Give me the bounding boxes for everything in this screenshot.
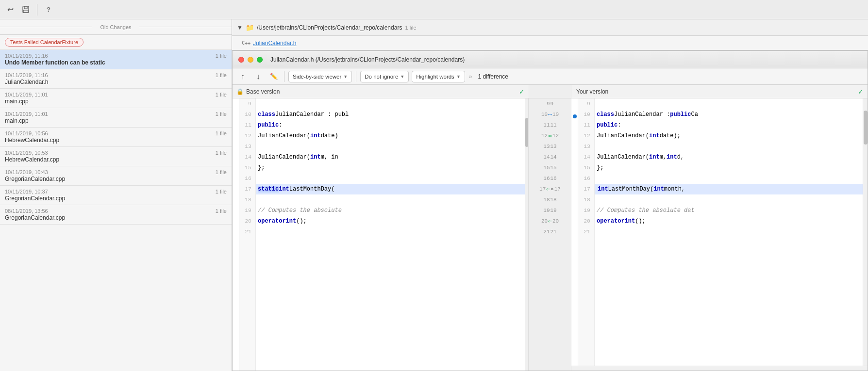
path-text: /Users/jetbrains/CLionProjects/Calendar_… [257, 24, 402, 31]
right-panel: ▼ 📁 /Users/jetbrains/CLionProjects/Calen… [232, 19, 868, 371]
left-code-line: public: [256, 120, 525, 130]
edit-button[interactable]: ✏️ [267, 70, 280, 83]
help-button[interactable]: ? [42, 3, 55, 16]
mid-header [529, 85, 571, 98]
left-line-num: 9 [248, 98, 253, 109]
right-code-area: 9101112131415161718192021 class JulianCa… [571, 98, 868, 366]
right-code-line: operator int(); [595, 216, 863, 226]
left-code-area: 9101112131415161718192021 class JulianCa… [233, 98, 529, 371]
prev-diff-button[interactable]: ↑ [236, 70, 249, 83]
gutter-extra[interactable]: » [551, 186, 554, 192]
base-checkmark: ✓ [519, 88, 525, 96]
change-item[interactable]: 08/11/2019, 13:56 1 file GregorianCalend… [0, 205, 232, 225]
header-line-right [139, 27, 232, 27]
change-date: 10/11/2019, 11:16 [5, 72, 48, 78]
gutter-right-num: 18 [551, 197, 561, 203]
change-item-title: GregorianCalendar.cpp [5, 214, 227, 221]
change-item[interactable]: 10/11/2019, 10:53 1 file HebrewCalendar.… [0, 147, 232, 166]
left-scrollbar[interactable] [525, 98, 529, 371]
gutter-left-num: 12 [537, 133, 548, 139]
left-code-line: static int LastMonthDay( [256, 184, 525, 194]
save-button[interactable] [19, 3, 32, 16]
old-changes-header: Old Changes [0, 19, 232, 35]
expand-arrow[interactable]: ▼ [237, 24, 243, 31]
gutter-row: 20 ⇐ 20 [529, 216, 571, 226]
change-item[interactable]: 10/11/2019, 11:16 1 file JulianCalendar.… [0, 69, 232, 89]
change-item[interactable]: 10/11/2019, 10:37 1 file GregorianCalend… [0, 186, 232, 205]
right-line-num: 11 [584, 120, 592, 130]
right-code-line [595, 173, 863, 184]
undo-button[interactable]: ↩ [4, 3, 17, 16]
right-code-line: class JulianCalendar : public Ca [595, 109, 863, 120]
file-tab-label[interactable]: JulianCalendar.h [253, 40, 296, 47]
highlight-dropdown-arrow: ▼ [456, 74, 461, 79]
change-file-count: 1 file [216, 111, 227, 117]
change-file-count: 1 file [216, 92, 227, 97]
left-line-num: 17 [245, 184, 253, 194]
ignore-dropdown-label: Do not ignore [365, 74, 398, 80]
gutter-symbol[interactable]: ⇐ [548, 132, 552, 140]
middle-gutter: 9 9 10 ↔ 10 11 11 12 ⇐ 12 13 13 14 14 15… [529, 85, 571, 371]
next-diff-button[interactable]: ↓ [252, 70, 265, 83]
change-date: 10/11/2019, 11:01 [5, 92, 48, 97]
change-item[interactable]: 10/11/2019, 10:56 1 file HebrewCalendar.… [0, 128, 232, 147]
change-date: 10/11/2019, 10:37 [5, 189, 48, 194]
change-item-header: 10/11/2019, 10:43 1 file [5, 169, 227, 175]
gutter-row: 14 14 [529, 152, 571, 162]
minimize-button[interactable] [248, 57, 253, 63]
change-list: 10/11/2019, 11:16 1 file Undo Member fun… [0, 50, 232, 371]
left-scrollbar-thumb[interactable] [525, 118, 528, 147]
diff-toolbar: ↑ ↓ ✏️ Side-by-side viewer ▼ Do not igno… [233, 68, 868, 85]
gutter-right-num: 20 [552, 218, 563, 224]
gutter-left-num: 13 [539, 144, 550, 149]
change-item-title: HebrewCalendar.cpp [5, 156, 227, 163]
viewer-dropdown[interactable]: Side-by-side viewer ▼ [288, 71, 352, 82]
left-line-num: 14 [245, 152, 253, 162]
file-tab[interactable]: C++ JulianCalendar.h [237, 38, 301, 48]
right-scrollbar-thumb[interactable] [864, 111, 868, 145]
right-code-text: class JulianCalendar : public Ca public:… [595, 98, 863, 366]
right-line-num: 13 [584, 141, 592, 152]
left-code-line [256, 98, 525, 109]
change-item[interactable]: 10/11/2019, 11:01 1 file main.cpp [0, 89, 232, 108]
gutter-right-num: 10 [552, 112, 563, 117]
gutter-right-num: 19 [551, 208, 561, 213]
main-layout: Old Changes Tests Failed CalendarFixture… [0, 19, 868, 371]
highlight-dropdown[interactable]: Highlight words ▼ [412, 71, 465, 82]
gutter-row: 11 11 [529, 120, 571, 130]
change-item-header: 10/11/2019, 10:37 1 file [5, 189, 227, 194]
gutter-row: 13 13 [529, 141, 571, 152]
zoom-button[interactable] [257, 57, 263, 63]
gutter-symbol[interactable]: ↔ [548, 111, 552, 118]
change-item-header: 10/11/2019, 11:16 1 file [5, 72, 227, 78]
ignore-dropdown[interactable]: Do not ignore ▼ [360, 71, 409, 82]
gutter-symbol[interactable]: ⇐ [546, 185, 550, 193]
change-file-count: 1 file [216, 53, 227, 59]
gutter-right-num: 12 [552, 133, 563, 139]
right-line-num: 15 [584, 162, 592, 173]
change-item[interactable]: 10/11/2019, 11:01 1 file main.cpp [0, 108, 232, 128]
right-code-line: }; [595, 162, 863, 173]
gutter-left-num: 15 [539, 165, 550, 171]
gutter-symbol[interactable]: ⇐ [548, 217, 552, 225]
right-h-scrollbar[interactable] [571, 366, 868, 371]
gutter-row: 9 9 [529, 98, 571, 109]
right-scrollbar[interactable] [863, 98, 868, 366]
failed-badge-container: Tests Failed CalendarFixture [0, 35, 232, 50]
change-item[interactable]: 10/11/2019, 10:43 1 file GregorianCalend… [0, 166, 232, 186]
svg-rect-1 [24, 6, 27, 9]
header-line-left [0, 27, 92, 27]
right-code-line: int LastMonthDay(int month, [595, 184, 863, 194]
left-line-num: 11 [245, 120, 253, 130]
left-edge-indicator [233, 98, 239, 371]
change-item-header: 10/11/2019, 11:01 1 file [5, 111, 227, 117]
left-diff-pane: 🔒 Base version ✓ 91011121314151617181920… [233, 85, 529, 371]
left-line-num: 18 [245, 194, 253, 205]
gutter-right-num: 16 [551, 176, 561, 181]
old-changes-label: Old Changes [96, 24, 135, 30]
left-code-line: operator int(); [256, 216, 525, 226]
change-item[interactable]: 10/11/2019, 11:16 1 file Undo Member fun… [0, 50, 232, 69]
right-line-num: 10 [584, 109, 592, 120]
close-button[interactable] [238, 57, 244, 63]
window-title: JulianCalendar.h (/Users/jetbrains/CLion… [270, 56, 465, 63]
